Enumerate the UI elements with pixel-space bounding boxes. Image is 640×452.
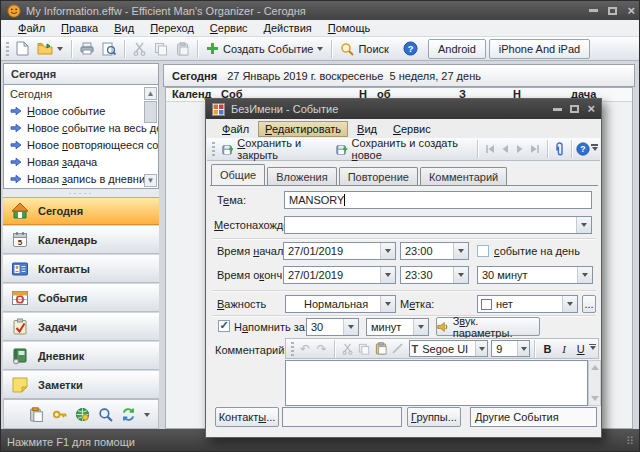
contacts-button[interactable]: Контакты... [215, 407, 279, 427]
cut-button[interactable] [129, 40, 150, 58]
groups-button[interactable]: Группы... [407, 407, 461, 427]
subject-input[interactable]: MANSORY [284, 191, 592, 209]
close-button[interactable]: × [627, 6, 635, 16]
tab-attachments[interactable]: Вложения [267, 167, 337, 185]
clipboard-icon[interactable] [29, 407, 44, 422]
redo-button[interactable]: ↷ [313, 340, 330, 358]
end-time-picker[interactable]: 23:30 [400, 266, 469, 284]
comment-scroll-down[interactable] [591, 396, 599, 405]
search-small-icon[interactable] [98, 407, 113, 422]
end-date-picker[interactable]: 27/01/2019 [283, 266, 396, 284]
new-button[interactable] [12, 39, 33, 58]
first-record-button[interactable] [482, 140, 497, 158]
minimize-button[interactable] [589, 9, 598, 12]
comment-cut-button[interactable] [339, 340, 356, 358]
start-date-picker[interactable]: 27/01/2019 [283, 242, 396, 260]
format-painter-button[interactable] [389, 340, 406, 358]
comment-scroll-up[interactable] [591, 361, 599, 370]
paste-button[interactable] [172, 40, 193, 58]
reminder-unit-combobox[interactable]: минут [366, 318, 429, 336]
reminder-value-dropdown[interactable] [343, 319, 358, 335]
sidebar-splitter[interactable]: ····· [3, 189, 159, 197]
dialog-help-button[interactable]: ? [576, 140, 591, 158]
toolbar-overflow-button[interactable] [591, 144, 598, 154]
sync-icon[interactable] [121, 407, 136, 422]
start-date-dropdown[interactable] [380, 243, 395, 259]
start-time-picker[interactable]: 23:00 [400, 242, 469, 260]
nav-calendar[interactable]: 5 Календарь [3, 226, 159, 254]
end-time-dropdown[interactable] [453, 267, 468, 283]
reminder-checkbox[interactable]: ✓ [218, 320, 230, 332]
other-events-field[interactable]: Другие События [470, 407, 597, 427]
open-button[interactable] [33, 40, 67, 57]
next-record-button[interactable] [512, 140, 527, 158]
android-button[interactable]: Android [428, 39, 486, 59]
maximize-button[interactable] [608, 7, 617, 15]
font-size-dropdown[interactable] [517, 341, 529, 356]
sound-options-button[interactable]: Звук. параметры. [436, 317, 540, 336]
search-button[interactable]: Поиск [336, 40, 392, 58]
copy-button[interactable] [150, 40, 172, 58]
list-item[interactable]: Новое событие [10, 105, 105, 117]
tag-more-button[interactable]: ... [582, 295, 596, 313]
importance-combobox[interactable]: Нормальная [285, 295, 396, 313]
end-date-dropdown[interactable] [380, 267, 395, 283]
last-record-button[interactable] [528, 140, 543, 158]
save-new-button[interactable]: Сохранить и создать новое [332, 135, 473, 163]
underline-button[interactable]: U [572, 340, 589, 358]
tab-general[interactable]: Общие [211, 164, 265, 185]
menu-go[interactable]: Переход [143, 21, 201, 35]
tag-dropdown[interactable] [562, 296, 577, 312]
comment-textarea[interactable] [285, 360, 588, 406]
menu-edit[interactable]: Правка [54, 21, 105, 35]
location-combobox[interactable] [284, 216, 592, 234]
dialog-menu-tools[interactable]: Сервис [386, 122, 438, 136]
importance-dropdown[interactable] [380, 296, 395, 312]
create-event-button[interactable]: Создать Событие [202, 40, 327, 57]
comment-paste-button[interactable] [372, 340, 389, 358]
dialog-minimize-button[interactable] [553, 108, 562, 111]
reminder-unit-dropdown[interactable] [413, 319, 428, 335]
undo-button[interactable]: ↶ [297, 340, 314, 358]
duration-dropdown[interactable] [577, 267, 592, 283]
tab-recurrence[interactable]: Повторение [339, 167, 418, 185]
dialog-close-button[interactable]: × [587, 104, 595, 114]
menu-view[interactable]: Вид [107, 21, 141, 35]
scrollbar-down-button[interactable]: ▼ [144, 174, 157, 187]
nav-today[interactable]: Сегодня [3, 197, 159, 225]
reminder-value-combobox[interactable]: 30 [306, 318, 359, 336]
tag-combobox[interactable]: нет [477, 295, 578, 313]
menu-actions[interactable]: Действия [257, 21, 319, 35]
print-button[interactable] [76, 40, 98, 57]
scrollbar-thumb[interactable] [144, 101, 157, 123]
nav-contacts[interactable]: Контакты [3, 255, 159, 283]
iphone-ipad-button[interactable]: iPhone And iPad [489, 39, 590, 59]
menu-file[interactable]: Файл [11, 21, 52, 35]
password-key-icon[interactable] [52, 407, 67, 422]
menu-tools[interactable]: Сервис [203, 21, 255, 35]
menu-help[interactable]: Помощь [321, 21, 378, 35]
help-button[interactable]: ? [399, 39, 422, 58]
attach-file-button[interactable] [552, 140, 567, 158]
dialog-maximize-button[interactable] [570, 105, 579, 113]
comment-copy-button[interactable] [356, 340, 373, 358]
comment-scrollbar[interactable] [588, 360, 601, 406]
save-close-button[interactable]: Сохранить и закрыть [218, 135, 332, 163]
dialog-menu-view[interactable]: Вид [350, 122, 384, 136]
list-item[interactable]: Новая задача [10, 156, 97, 168]
previous-record-button[interactable] [497, 140, 512, 158]
list-item[interactable]: Новое повторяющееся со [10, 139, 158, 151]
all-day-checkbox[interactable] [477, 245, 489, 257]
location-dropdown-button[interactable] [576, 217, 591, 233]
nav-notes[interactable]: Заметки [3, 371, 159, 399]
dialog-menu-file[interactable]: Файл [215, 122, 256, 136]
contacts-field[interactable] [282, 407, 402, 427]
duration-combobox[interactable]: 30 минут [477, 266, 593, 284]
scrollbar-up-button[interactable]: ▲ [144, 87, 157, 100]
tab-comment[interactable]: Комментарий [420, 167, 507, 185]
nav-events[interactable]: События [3, 284, 159, 312]
list-item[interactable]: Новая запись в дневнике [10, 173, 156, 185]
start-time-dropdown[interactable] [453, 243, 468, 259]
font-size-combobox[interactable]: 9 [491, 340, 530, 357]
resize-grip[interactable]: ⠿ [626, 435, 635, 448]
